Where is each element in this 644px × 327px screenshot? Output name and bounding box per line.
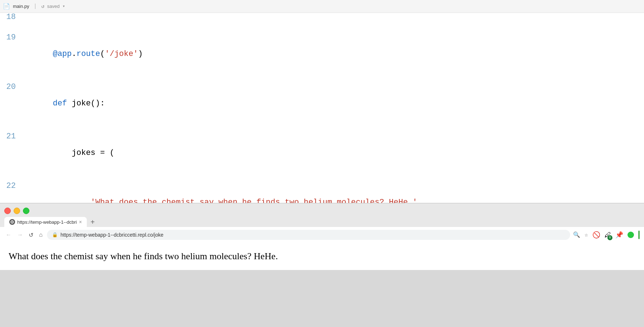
- address-bar-container: 🔒: [47, 230, 570, 240]
- browser-content: What does the chemist say when he finds …: [0, 243, 644, 270]
- close-button[interactable]: [4, 208, 11, 214]
- line-content-20: def joke():: [22, 79, 644, 128]
- code-line-20: 20 def joke():: [0, 79, 644, 128]
- code-line-22: 22 'What does the chemist say when he fi…: [0, 178, 644, 203]
- toolbar-icons: 🔍 ☆ 🚫 🖊 0 📌: [573, 231, 640, 239]
- code-line-19: 19 @app.route('/joke'): [0, 29, 644, 79]
- tab-title: https://temp-webapp-1--dcbri: [17, 219, 77, 225]
- code-line-18: 18: [0, 13, 644, 29]
- save-icon: ↺: [41, 3, 44, 9]
- browser-window: https://temp-webapp-1--dcbri × + ← → ↺ ⌂…: [0, 203, 644, 327]
- back-icon: ←: [6, 232, 11, 238]
- profile-icon[interactable]: [628, 232, 634, 238]
- address-bar[interactable]: [61, 232, 565, 238]
- code-token: .: [72, 49, 76, 58]
- page-text: What does the chemist say when he finds …: [9, 250, 635, 263]
- home-button[interactable]: ⌂: [38, 231, 44, 239]
- maximize-button[interactable]: [23, 208, 29, 214]
- code-token: (: [100, 49, 105, 58]
- back-button[interactable]: ←: [4, 231, 13, 239]
- code-token: ): [138, 49, 143, 58]
- bookmark-icon[interactable]: ☆: [584, 231, 588, 238]
- code-token: [53, 198, 91, 203]
- dropdown-arrow[interactable]: ▾: [62, 4, 65, 9]
- browser-toolbar: ← → ↺ ⌂ 🔒 🔍 ☆ 🚫 🖊 0 📌: [0, 227, 644, 243]
- code-token: jokes = (: [53, 148, 114, 157]
- code-editor: 18 19 @app.route('/joke') 20 def joke():…: [0, 13, 644, 203]
- home-icon: ⌂: [39, 232, 43, 238]
- line-content-19: @app.route('/joke'): [22, 29, 644, 79]
- line-content-21: jokes = (: [22, 128, 644, 178]
- code-token: '/joke': [105, 49, 138, 58]
- line-number-20: 20: [0, 79, 22, 95]
- code-line-21: 21 jokes = (: [0, 128, 644, 178]
- extension-badge[interactable]: 🖊 0: [605, 231, 611, 239]
- code-token: ,: [417, 198, 422, 203]
- tab-filename[interactable]: main.py: [13, 4, 29, 9]
- editor-tab-bar: 📄 main.py | ↺ saved ▾: [0, 0, 644, 13]
- browser-tabs: https://temp-webapp-1--dcbri × +: [4, 217, 640, 227]
- browser-tab-active[interactable]: https://temp-webapp-1--dcbri ×: [4, 217, 87, 227]
- line-number-22: 22: [0, 178, 22, 194]
- forward-icon: →: [17, 232, 23, 238]
- lock-icon: 🔒: [52, 232, 58, 238]
- code-token: @app: [53, 49, 72, 58]
- browser-chrome: https://temp-webapp-1--dcbri × +: [0, 203, 644, 227]
- refresh-button[interactable]: ↺: [27, 231, 35, 239]
- pin-icon[interactable]: 📌: [615, 231, 623, 239]
- code-token: def: [53, 99, 67, 108]
- zoom-icon[interactable]: 🔍: [573, 231, 580, 238]
- saved-label: saved: [47, 4, 60, 9]
- line-content-22: 'What does the chemist say when he finds…: [22, 178, 644, 203]
- forward-button[interactable]: →: [16, 231, 24, 239]
- line-number-18: 18: [0, 13, 22, 22]
- line-number-21: 21: [0, 128, 22, 145]
- code-token: joke():: [67, 99, 105, 108]
- new-tab-button[interactable]: +: [87, 217, 98, 227]
- refresh-icon: ↺: [29, 232, 33, 238]
- tab-close-button[interactable]: ×: [79, 219, 82, 225]
- line-number-19: 19: [0, 29, 22, 46]
- badge-count: 0: [607, 235, 612, 240]
- code-token: route: [76, 49, 100, 58]
- file-icon: 📄: [3, 3, 10, 10]
- sidebar-toggle[interactable]: [638, 231, 640, 239]
- separator: |: [34, 3, 37, 10]
- tab-favicon: [9, 219, 15, 225]
- stop-icon[interactable]: 🚫: [592, 231, 600, 239]
- minimize-button[interactable]: [14, 208, 20, 214]
- browser-traffic-lights: [4, 206, 640, 214]
- code-token: 'What does the chemist say when he finds…: [91, 198, 417, 203]
